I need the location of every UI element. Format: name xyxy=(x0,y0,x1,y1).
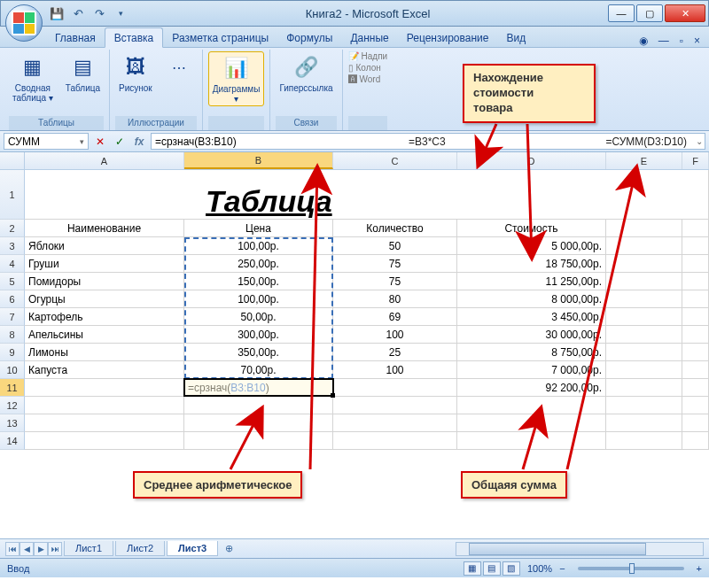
row-header-1[interactable]: 1 xyxy=(0,170,25,220)
row-header-3[interactable]: 3 xyxy=(0,237,25,255)
cell-D13[interactable] xyxy=(457,414,606,432)
cell-C11[interactable] xyxy=(333,379,457,397)
fx-icon[interactable]: fx xyxy=(131,134,147,150)
cell-D4[interactable]: 18 750,00р. xyxy=(457,255,606,273)
cell-A8[interactable]: Апельсины xyxy=(25,326,184,344)
cell-B2[interactable]: Цена xyxy=(184,220,333,237)
zoom-in-icon[interactable]: + xyxy=(697,563,702,574)
maximize-button[interactable]: ▢ xyxy=(636,4,663,22)
undo-icon[interactable]: ↶ xyxy=(70,5,86,21)
row-header-7[interactable]: 7 xyxy=(0,308,25,326)
tab-pagelayout[interactable]: Разметка страницы xyxy=(163,28,277,47)
more-illustrations[interactable]: ⋯ xyxy=(161,51,197,85)
cell-D7[interactable]: 3 450,00р. xyxy=(457,308,606,326)
cell-B13[interactable] xyxy=(184,414,333,432)
select-all-corner[interactable] xyxy=(0,152,25,169)
cell-F8[interactable] xyxy=(682,326,709,344)
tab-formulas[interactable]: Формулы xyxy=(277,28,341,47)
cell-B12[interactable] xyxy=(184,397,333,414)
cell-F7[interactable] xyxy=(682,308,709,326)
formula-input[interactable]: =срзнач(B3:B10) =B3*C3 =СУММ(D3:D10) ⌄ xyxy=(151,133,705,150)
zoom-slider[interactable] xyxy=(578,567,684,570)
cell-A2[interactable]: Наименование xyxy=(25,220,184,237)
table-button[interactable]: ▤ Таблица xyxy=(62,51,104,95)
header-footer-item[interactable]: ▯Колон xyxy=(348,63,388,73)
row-header-11[interactable]: 11 xyxy=(0,379,25,397)
cell-D6[interactable]: 8 000,00р. xyxy=(457,290,606,308)
row-header-9[interactable]: 9 xyxy=(0,344,25,361)
cell-C12[interactable] xyxy=(333,397,457,414)
cell-F9[interactable] xyxy=(682,344,709,361)
cell-B5[interactable]: 150,00р. xyxy=(184,273,333,290)
row-header-2[interactable]: 2 xyxy=(0,220,25,237)
cell-B8[interactable]: 300,00р. xyxy=(184,326,333,344)
cell-E7[interactable] xyxy=(606,308,682,326)
cell-D14[interactable] xyxy=(457,432,606,450)
cell-F2[interactable] xyxy=(682,220,709,237)
row-header-13[interactable]: 13 xyxy=(0,414,25,432)
cell-E11[interactable] xyxy=(606,379,682,397)
col-header-E[interactable]: E xyxy=(606,152,682,169)
picture-button[interactable]: 🖼 Рисунок xyxy=(115,51,156,95)
cell-C5[interactable]: 75 xyxy=(333,273,457,290)
cell-B9[interactable]: 350,00р. xyxy=(184,344,333,361)
tab-review[interactable]: Рецензирование xyxy=(398,28,498,47)
minimize-button[interactable]: — xyxy=(608,4,635,22)
sheet-tab-2[interactable]: Лист2 xyxy=(115,541,165,556)
cell-E2[interactable] xyxy=(606,220,682,237)
cell-D5[interactable]: 11 250,00р. xyxy=(457,273,606,290)
enter-formula-icon[interactable]: ✓ xyxy=(112,134,128,150)
row-header-10[interactable]: 10 xyxy=(0,361,25,379)
cell-F12[interactable] xyxy=(682,397,709,414)
cell-F14[interactable] xyxy=(682,432,709,450)
cell-F6[interactable] xyxy=(682,290,709,308)
doc-close-icon[interactable]: × xyxy=(690,35,704,47)
cell-E13[interactable] xyxy=(606,414,682,432)
row-header-14[interactable]: 14 xyxy=(0,432,25,450)
sheet-first-icon[interactable]: ⏮ xyxy=(5,542,19,556)
cell-D8[interactable]: 30 000,00р. xyxy=(457,326,606,344)
cell-A9[interactable]: Лимоны xyxy=(25,344,184,361)
row-header-4[interactable]: 4 xyxy=(0,255,25,273)
cell-B10[interactable]: 70,00р. xyxy=(184,361,333,379)
textbox-item[interactable]: 📝Надпи xyxy=(348,51,388,61)
col-header-C[interactable]: C xyxy=(333,152,457,169)
cell-C14[interactable] xyxy=(333,432,457,450)
tab-view[interactable]: Вид xyxy=(497,28,534,47)
cell-D12[interactable] xyxy=(457,397,606,414)
wordart-item[interactable]: 🅰Word xyxy=(348,74,388,84)
row-header-6[interactable]: 6 xyxy=(0,290,25,308)
office-button[interactable] xyxy=(5,4,43,42)
view-break-icon[interactable]: ▧ xyxy=(503,561,520,576)
formula-expand-icon[interactable]: ⌄ xyxy=(696,136,703,146)
cell-F4[interactable] xyxy=(682,255,709,273)
cell-F13[interactable] xyxy=(682,414,709,432)
cell-E6[interactable] xyxy=(606,290,682,308)
cell-A10[interactable]: Капуста xyxy=(25,361,184,379)
cell-A5[interactable]: Помидоры xyxy=(25,273,184,290)
tab-data[interactable]: Данные xyxy=(341,28,397,47)
cell-E10[interactable] xyxy=(606,361,682,379)
name-box-arrow-icon[interactable]: ▾ xyxy=(80,137,84,146)
cell-E12[interactable] xyxy=(606,397,682,414)
cell-A4[interactable]: Груши xyxy=(25,255,184,273)
col-header-A[interactable]: A xyxy=(25,152,184,169)
cell-B11[interactable]: =срзнач(B3:B10) xyxy=(184,379,333,397)
cell-C7[interactable]: 69 xyxy=(333,308,457,326)
cell-C8[interactable]: 100 xyxy=(333,326,457,344)
view-normal-icon[interactable]: ▦ xyxy=(464,561,481,576)
tab-insert[interactable]: Вставка xyxy=(105,27,164,48)
new-sheet-icon[interactable]: ⊕ xyxy=(220,543,238,554)
horizontal-scrollbar[interactable] xyxy=(456,542,704,556)
cell-A11[interactable] xyxy=(25,379,184,397)
cell-C4[interactable]: 75 xyxy=(333,255,457,273)
row-header-8[interactable]: 8 xyxy=(0,326,25,344)
zoom-out-icon[interactable]: − xyxy=(559,563,565,574)
cell-A3[interactable]: Яблоки xyxy=(25,237,184,255)
doc-restore-icon[interactable]: ▫ xyxy=(676,35,687,47)
cell-E14[interactable] xyxy=(606,432,682,450)
title-cell[interactable]: Таблица xyxy=(25,170,709,220)
cell-F3[interactable] xyxy=(682,237,709,255)
cell-F5[interactable] xyxy=(682,273,709,290)
cell-C10[interactable]: 100 xyxy=(333,361,457,379)
